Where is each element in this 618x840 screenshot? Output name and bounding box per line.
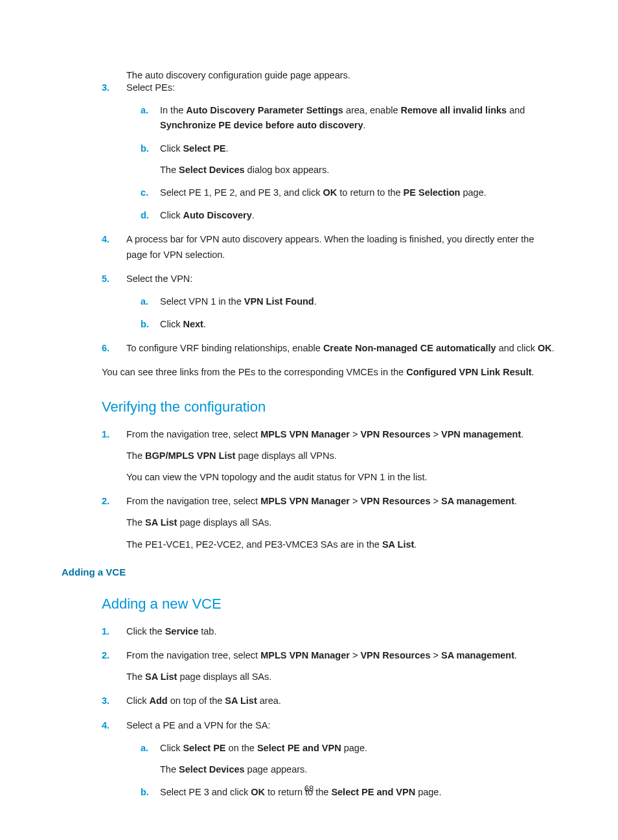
sub-marker: b. <box>141 317 149 332</box>
step-3c: c. Select PE 1, PE 2, and PE 3, and clic… <box>141 185 556 200</box>
post-paragraph: You can see three links from the PEs to … <box>102 365 556 380</box>
step-text: Select a PE and a VPN for the SA: <box>126 720 270 730</box>
sub-marker: b. <box>141 141 149 156</box>
verify-step-2: 2. From the navigation tree, select MPLS… <box>102 494 556 552</box>
step-5a: a. Select VPN 1 in the VPN List Found. <box>141 294 556 309</box>
step-number: 3. <box>102 80 109 95</box>
document-page: The auto discovery configuration guide p… <box>0 0 618 840</box>
addvce-step-2: 2. From the navigation tree, select MPLS… <box>102 648 556 684</box>
step-6: 6. To configure VRF binding relationship… <box>102 341 556 356</box>
verify-step-1: 1. From the navigation tree, select MPLS… <box>102 427 556 485</box>
intro-text: The auto discovery configuration guide p… <box>126 70 556 80</box>
step-number: 2. <box>102 494 109 509</box>
step-3a: a. In the Auto Discovery Parameter Setti… <box>141 103 556 133</box>
step-text: Select PEs: <box>126 82 175 93</box>
step-3d: d. Click Auto Discovery. <box>141 208 556 223</box>
addvce-step-3: 3. Click Add on top of the SA List area. <box>102 694 556 708</box>
step-number: 6. <box>102 341 109 356</box>
heading-adding-vce: Adding a VCE <box>62 566 556 578</box>
step-3: 3. Select PEs: a. In the Auto Discovery … <box>102 80 556 223</box>
sub-marker: d. <box>141 208 149 223</box>
step-number: 3. <box>102 694 109 708</box>
heading-verifying: Verifying the configuration <box>102 399 556 415</box>
step-5: 5. Select the VPN: a. Select VPN 1 in th… <box>102 272 556 332</box>
step-number: 5. <box>102 272 109 286</box>
page-number: 68 <box>0 784 618 793</box>
step-5b: b. Click Next. <box>141 317 556 332</box>
step-text: A process bar for VPN auto discovery app… <box>126 234 534 259</box>
sub-marker: a. <box>141 741 148 756</box>
sub-marker: c. <box>141 185 148 200</box>
step-number: 4. <box>102 718 109 733</box>
sub-marker: a. <box>141 294 148 309</box>
step-number: 2. <box>102 648 109 663</box>
step-4: 4. A process bar for VPN auto discovery … <box>102 232 556 262</box>
step-3b: b. Click Select PE. The Select Devices d… <box>141 141 556 178</box>
ordered-list-main: 3. Select PEs: a. In the Auto Discovery … <box>62 80 556 356</box>
ordered-list-verify: 1. From the navigation tree, select MPLS… <box>62 427 556 552</box>
sub-list: a. In the Auto Discovery Parameter Setti… <box>126 103 556 223</box>
step-text: Select the VPN: <box>126 274 192 284</box>
ordered-list-addvce: 1. Click the Service tab. 2. From the na… <box>62 624 556 800</box>
sub-marker: a. <box>141 103 148 118</box>
step-number: 4. <box>102 232 109 247</box>
sub-list: a. Select VPN 1 in the VPN List Found. b… <box>126 294 556 332</box>
step-number: 1. <box>102 624 109 639</box>
heading-adding-new-vce: Adding a new VCE <box>102 596 556 612</box>
step-number: 1. <box>102 427 109 442</box>
addvce-step-1: 1. Click the Service tab. <box>102 624 556 639</box>
step-3b-result: The Select Devices dialog box appears. <box>160 163 556 178</box>
addvce-4a: a. Click Select PE on the Select PE and … <box>141 741 556 777</box>
